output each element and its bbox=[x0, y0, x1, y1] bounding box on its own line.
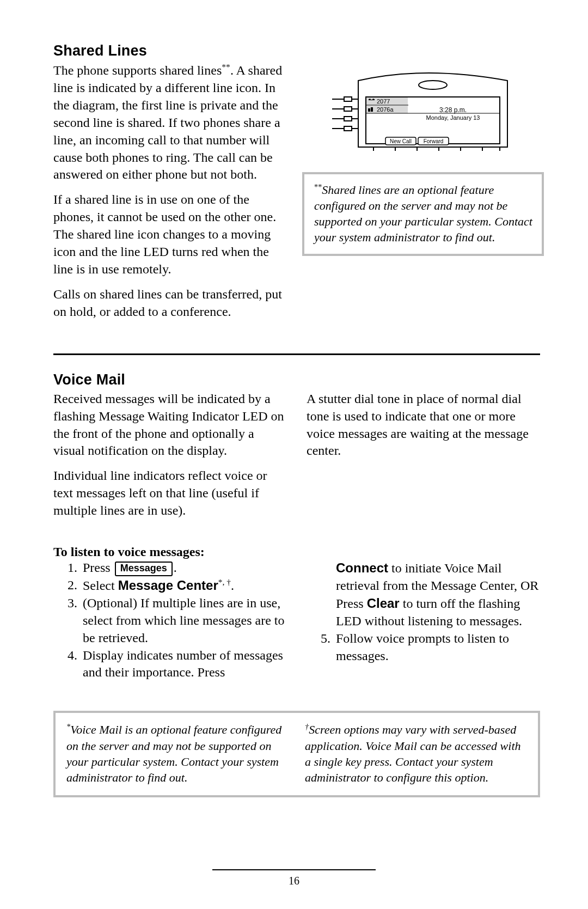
step-4: 4. Display indicates number of messages … bbox=[53, 647, 287, 682]
shared-lines-text-column: Shared Lines The phone supports shared l… bbox=[53, 42, 286, 328]
voice-mail-intro-right: A stutter dial tone in place of normal d… bbox=[307, 388, 540, 527]
heading-shared-lines: Shared Lines bbox=[53, 42, 286, 59]
shared-lines-paragraph-3: Calls on shared lines can be transferred… bbox=[53, 286, 286, 321]
text: Press bbox=[83, 560, 114, 575]
phone-line-2-label: 2076a bbox=[377, 106, 394, 113]
text: The phone supports shared lines bbox=[53, 63, 222, 77]
note-text: Shared lines are an optional feature con… bbox=[314, 183, 532, 244]
instructions-list: 1. Press Messages. 2. Select Message Cen… bbox=[53, 559, 540, 681]
connect-label: Connect bbox=[336, 560, 388, 575]
footnote-text: Voice Mail is an optional feature config… bbox=[66, 723, 281, 784]
instructions-column-right: Connect to initiate Voice Mail retrieval… bbox=[307, 559, 540, 681]
shared-lines-figure-column: 2077 2076a 3:28 p.m. Monday, January 13 … bbox=[306, 42, 540, 256]
voice-mail-paragraph-2: Individual line indicators reflect voice… bbox=[53, 467, 287, 520]
clear-label: Clear bbox=[367, 596, 400, 611]
shared-lines-paragraph-1: The phone supports shared lines**. A sha… bbox=[53, 62, 286, 184]
note-shared-lines: **Shared lines are an optional feature c… bbox=[302, 172, 544, 256]
footnote-screen-options: †Screen options may vary with served-bas… bbox=[305, 722, 525, 785]
voice-mail-paragraph-1: Received messages will be indicated by a… bbox=[53, 391, 287, 460]
footnotes-box: *Voice Mail is an optional feature confi… bbox=[53, 711, 540, 797]
step-number: 3. bbox=[53, 595, 83, 612]
text: . bbox=[231, 578, 234, 593]
page-footer: 16 bbox=[0, 869, 588, 887]
heading-voice-mail: Voice Mail bbox=[53, 371, 540, 388]
phone-date: Monday, January 13 bbox=[426, 114, 480, 121]
phone-diagram: 2077 2076a 3:28 p.m. Monday, January 13 … bbox=[327, 65, 519, 158]
step-4-continued: Connect to initiate Voice Mail retrieval… bbox=[307, 559, 540, 630]
instructions-heading: To listen to voice messages: bbox=[53, 545, 540, 559]
footnote-marker: *, † bbox=[218, 577, 231, 587]
section-shared-lines: Shared Lines The phone supports shared l… bbox=[53, 42, 540, 328]
text: Follow voice prompts to listen to messag… bbox=[336, 630, 540, 665]
voice-mail-intro-columns: Received messages will be indicated by a… bbox=[53, 388, 540, 527]
phone-line-1-label: 2077 bbox=[377, 98, 390, 105]
instructions-column-left: 1. Press Messages. 2. Select Message Cen… bbox=[53, 559, 287, 681]
footnote-text: Screen options may vary with served-base… bbox=[305, 723, 521, 784]
step-number: 5. bbox=[307, 630, 336, 648]
text: Press bbox=[336, 596, 367, 611]
footnote-marker: ** bbox=[314, 182, 322, 191]
text: Display indicates number of messages and… bbox=[83, 647, 287, 682]
phone-time: 3:28 p.m. bbox=[439, 106, 467, 114]
step-2: 2. Select Message Center*, †. bbox=[53, 577, 287, 595]
page-number: 16 bbox=[0, 875, 588, 887]
step-number: 1. bbox=[53, 559, 83, 577]
phone-softkey-new-call: New Call bbox=[390, 138, 412, 144]
footer-rule bbox=[212, 869, 376, 870]
message-center-label: Message Center bbox=[118, 578, 218, 593]
svg-rect-7 bbox=[371, 107, 373, 112]
voice-mail-paragraph-3: A stutter dial tone in place of normal d… bbox=[307, 391, 540, 460]
shared-lines-paragraph-2: If a shared line is in use on one of the… bbox=[53, 191, 286, 278]
step-number: 4. bbox=[53, 647, 83, 664]
section-voice-mail: Voice Mail Received messages will be ind… bbox=[53, 371, 540, 797]
svg-point-1 bbox=[419, 81, 447, 89]
section-divider bbox=[53, 353, 540, 355]
text: (Optional) If multiple lines are in use,… bbox=[83, 595, 287, 647]
step-3: 3. (Optional) If multiple lines are in u… bbox=[53, 595, 287, 647]
phone-softkey-forward: Forward bbox=[424, 138, 444, 144]
footnote-voice-mail: *Voice Mail is an optional feature confi… bbox=[66, 722, 286, 785]
text: Select bbox=[83, 578, 118, 593]
messages-key-icon: Messages bbox=[115, 562, 173, 576]
text: . A shared line is indicated by a differ… bbox=[53, 63, 282, 181]
voice-mail-intro-left: Received messages will be indicated by a… bbox=[53, 388, 287, 527]
svg-rect-6 bbox=[368, 108, 370, 112]
step-number: 2. bbox=[53, 577, 83, 594]
text: . bbox=[174, 560, 177, 575]
footnote-marker: ** bbox=[222, 62, 230, 71]
step-1: 1. Press Messages. bbox=[53, 559, 287, 577]
step-5: 5. Follow voice prompts to listen to mes… bbox=[307, 630, 540, 665]
